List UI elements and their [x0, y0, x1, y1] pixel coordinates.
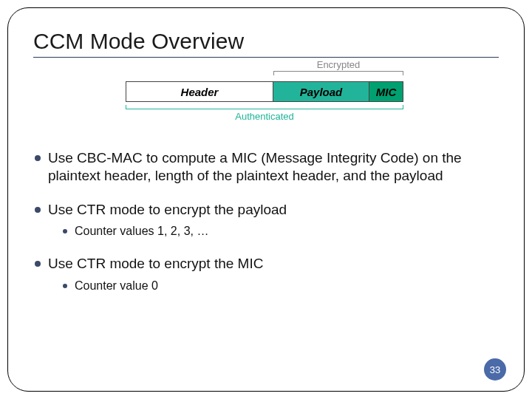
slide-title: CCM Mode Overview [33, 29, 499, 54]
list-item: Use CBC-MAC to compute a MIC (Message In… [33, 149, 499, 185]
ccm-diagram: Encrypted Header Payload MIC Authenticat… [126, 71, 406, 129]
sub-list-item: Counter value 0 [63, 279, 499, 293]
sub-list: Counter values 1, 2, 3, … [48, 224, 499, 239]
payload-box: Payload [273, 81, 369, 102]
title-underline [33, 57, 499, 58]
sub-bullet-text: Counter value 0 [75, 279, 158, 292]
page-number-badge: 33 [484, 358, 506, 381]
authenticated-label: Authenticated [126, 111, 403, 122]
list-item: Use CTR mode to encrypt the MIC Counter … [33, 255, 499, 293]
encrypted-label: Encrypted [273, 59, 403, 70]
diagram-wrap: Encrypted Header Payload MIC Authenticat… [33, 71, 499, 129]
header-box: Header [126, 81, 273, 102]
sub-list: Counter value 0 [48, 279, 499, 293]
list-item: Use CTR mode to encrypt the payload Coun… [33, 201, 499, 239]
bullet-text: Use CTR mode to encrypt the payload [48, 202, 287, 217]
bullet-text: Use CBC-MAC to compute a MIC (Message In… [48, 150, 462, 183]
mic-box: MIC [369, 81, 403, 102]
encrypted-bracket [273, 71, 403, 75]
bullet-text: Use CTR mode to encrypt the MIC [48, 256, 263, 271]
slide-frame: CCM Mode Overview Encrypted Header Paylo… [7, 7, 525, 392]
authenticated-bracket [126, 105, 403, 109]
packet-boxes: Header Payload MIC [126, 81, 403, 102]
sub-bullet-text: Counter values 1, 2, 3, … [75, 225, 208, 237]
page-number: 33 [490, 364, 500, 375]
bullet-list: Use CBC-MAC to compute a MIC (Message In… [33, 149, 499, 293]
sub-list-item: Counter values 1, 2, 3, … [63, 224, 499, 239]
